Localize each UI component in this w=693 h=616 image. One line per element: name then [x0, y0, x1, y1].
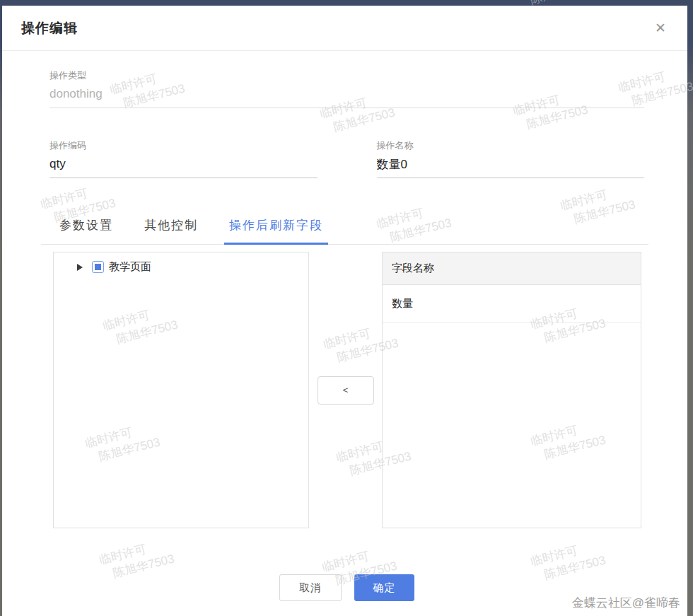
tree-node-label[interactable]: 教学页面	[109, 260, 151, 274]
dialog-header: 操作编辑 ✕	[2, 6, 687, 51]
operation-name-input[interactable]	[377, 152, 645, 178]
transfer-area: 教学页面 < 字段名称 数量	[50, 252, 644, 528]
operation-name-label: 操作名称	[377, 139, 645, 152]
operation-edit-dialog: 操作编辑 ✕ 操作类型 操作编码 操作名称 参数设置 其他控制 操作后刷新字段	[2, 6, 687, 616]
transfer-controls: <	[309, 252, 382, 528]
field-tree-panel: 教学页面	[53, 252, 309, 528]
tab-other-control[interactable]: 其他控制	[139, 217, 203, 245]
operation-code-label: 操作编码	[50, 139, 318, 152]
tabs-bar: 参数设置 其他控制 操作后刷新字段	[50, 217, 644, 245]
selected-fields-panel: 字段名称 数量	[382, 252, 641, 528]
operation-type-label: 操作类型	[50, 69, 644, 82]
operation-type-field: 操作类型	[50, 69, 644, 108]
tab-parameter-settings[interactable]: 参数设置	[54, 217, 118, 245]
operation-name-field: 操作名称	[377, 139, 645, 178]
tree-checkbox[interactable]	[92, 261, 104, 273]
checkbox-indeterminate-mark	[95, 264, 101, 270]
cancel-button[interactable]: 取消	[279, 574, 342, 601]
expand-arrow-icon[interactable]	[77, 264, 83, 271]
dialog-title: 操作编辑	[21, 19, 78, 37]
tree-node-root: 教学页面	[77, 260, 308, 274]
code-name-row: 操作编码 操作名称	[50, 139, 644, 178]
dialog-footer: 取消 确定	[50, 574, 644, 601]
table-row[interactable]: 数量	[383, 285, 641, 323]
close-icon[interactable]: ✕	[655, 21, 666, 35]
operation-type-input	[50, 82, 644, 108]
operation-code-field: 操作编码	[50, 139, 318, 178]
community-credit: 金蝶云社区@雀啼春	[572, 595, 680, 611]
dialog-body: 操作类型 操作编码 操作名称 参数设置 其他控制 操作后刷新字段	[2, 51, 687, 616]
table-header-field-name: 字段名称	[383, 252, 641, 285]
tabs-divider	[41, 244, 648, 245]
confirm-button[interactable]: 确定	[354, 574, 414, 601]
tab-refresh-fields-after-operation[interactable]: 操作后刷新字段	[224, 217, 328, 245]
move-left-button[interactable]: <	[318, 376, 374, 405]
operation-code-input[interactable]	[50, 152, 318, 178]
